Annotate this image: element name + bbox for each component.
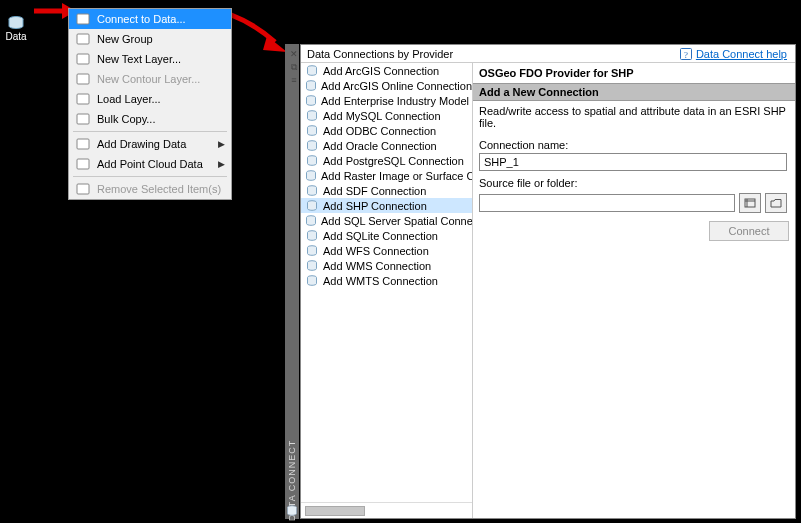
provider-item[interactable]: Add Raster Image or Surface Connection [301,168,472,183]
provider-item-label: Add SHP Connection [323,200,427,212]
provider-item-label: Add Raster Image or Surface Connection [321,170,472,182]
menu-item-label: New Group [97,33,225,45]
database-icon [305,169,317,183]
menu-item: New Contour Layer... [69,69,231,89]
source-file-input[interactable] [479,194,735,212]
data-toolbar-label: Data [4,31,28,42]
menu-item[interactable]: Bulk Copy... [69,109,231,129]
panel-header: Data Connections by Provider ? Data Conn… [301,45,795,63]
database-icon [7,16,25,30]
provider-item[interactable]: Add PostgreSQL Connection [301,153,472,168]
menu-item-label: Remove Selected Item(s) [97,183,225,195]
database-icon [305,79,317,93]
provider-item-label: Add MySQL Connection [323,110,441,122]
svg-rect-6 [77,114,89,124]
provider-item[interactable]: Add ArcGIS Online Connection [301,78,472,93]
menu-item[interactable]: Load Layer... [69,89,231,109]
menu-item[interactable]: Connect to Data... [69,9,231,29]
connection-name-input[interactable] [479,153,787,171]
menu-icon[interactable]: ≡ [289,75,299,85]
provider-item[interactable]: Add ODBC Connection [301,123,472,138]
svg-rect-1 [77,14,89,24]
source-file-label: Source file or folder: [479,177,789,189]
provider-item[interactable]: Add ArcGIS Connection [301,63,472,78]
provider-item-label: Add PostgreSQL Connection [323,155,464,167]
menu-item-label: New Contour Layer... [97,73,225,85]
database-icon [305,214,317,228]
pin-icon[interactable]: ⧉ [289,62,299,72]
browse-file-button[interactable] [739,193,761,213]
provider-item-label: Add SQL Server Spatial Connection [321,215,472,227]
provider-item-label: Add WMTS Connection [323,275,438,287]
menu-separator [73,131,227,132]
menu-item[interactable]: Add Point Cloud Data▶ [69,154,231,174]
close-icon[interactable]: ✕ [289,49,299,59]
provider-item[interactable]: Add Oracle Connection [301,138,472,153]
provider-item[interactable]: Add SQLite Connection [301,228,472,243]
menu-item-label: Load Layer... [97,93,225,105]
menu-item-icon [75,11,91,27]
provider-item-label: Add SQLite Connection [323,230,438,242]
provider-item[interactable]: Add WFS Connection [301,243,472,258]
provider-item-label: Add SDF Connection [323,185,426,197]
svg-rect-5 [77,94,89,104]
database-icon [305,94,317,108]
provider-title: OSGeo FDO Provider for SHP [473,63,795,83]
provider-item[interactable]: Add WMS Connection [301,258,472,273]
database-icon [305,259,319,273]
database-icon [305,64,319,78]
menu-item-label: Bulk Copy... [97,113,225,125]
menu-item[interactable]: Add Drawing Data▶ [69,134,231,154]
database-icon [305,244,319,258]
data-connect-help-link[interactable]: Data Connect help [696,48,787,60]
menu-item: Remove Selected Item(s) [69,179,231,199]
menu-item-icon [75,51,91,67]
provider-item[interactable]: Add SHP Connection [301,198,472,213]
database-icon [305,274,319,288]
submenu-arrow-icon: ▶ [218,139,225,149]
menu-item[interactable]: New Group [69,29,231,49]
browse-folder-button[interactable] [765,193,787,213]
menu-item-label: New Text Layer... [97,53,225,65]
provider-description: Read/write access to spatial and attribu… [473,101,795,133]
menu-item-label: Add Point Cloud Data [97,158,218,170]
menu-item[interactable]: New Text Layer... [69,49,231,69]
database-icon [305,139,319,153]
section-header: Add a New Connection [473,83,795,101]
provider-item-label: Add Enterprise Industry Model Connection [321,95,472,107]
submenu-arrow-icon: ▶ [218,159,225,169]
provider-list: Add ArcGIS ConnectionAdd ArcGIS Online C… [301,63,473,518]
scrollbar-thumb[interactable] [305,506,365,516]
svg-rect-4 [77,74,89,84]
data-toolbar-button[interactable]: Data [4,16,28,46]
svg-rect-2 [77,34,89,44]
help-icon: ? [680,48,692,60]
folder-icon [770,198,782,208]
provider-item[interactable]: Add SQL Server Spatial Connection [301,213,472,228]
connect-button[interactable]: Connect [709,221,789,241]
menu-item-label: Connect to Data... [97,13,225,25]
database-icon [305,109,319,123]
data-context-menu: Connect to Data...New GroupNew Text Laye… [68,8,232,200]
connection-details-pane: OSGeo FDO Provider for SHP Add a New Con… [473,63,795,518]
menu-item-icon [75,31,91,47]
menu-item-label: Add Drawing Data [97,138,218,150]
menu-item-icon [75,136,91,152]
menu-separator [73,176,227,177]
database-icon [305,154,319,168]
database-icon [286,505,298,517]
provider-item[interactable]: Add SDF Connection [301,183,472,198]
provider-item[interactable]: Add MySQL Connection [301,108,472,123]
svg-rect-7 [77,139,89,149]
horizontal-scrollbar[interactable] [301,502,472,518]
svg-rect-3 [77,54,89,64]
provider-item-label: Add ArcGIS Connection [323,65,439,77]
menu-item-icon [75,156,91,172]
provider-item[interactable]: Add WMTS Connection [301,273,472,288]
provider-item-label: Add ODBC Connection [323,125,436,137]
panel-dock-strip[interactable]: DATA CONNECT [285,44,299,519]
data-connect-panel: Data Connections by Provider ? Data Conn… [300,44,796,519]
provider-item[interactable]: Add Enterprise Industry Model Connection [301,93,472,108]
provider-item-label: Add WFS Connection [323,245,429,257]
provider-item-label: Add WMS Connection [323,260,431,272]
